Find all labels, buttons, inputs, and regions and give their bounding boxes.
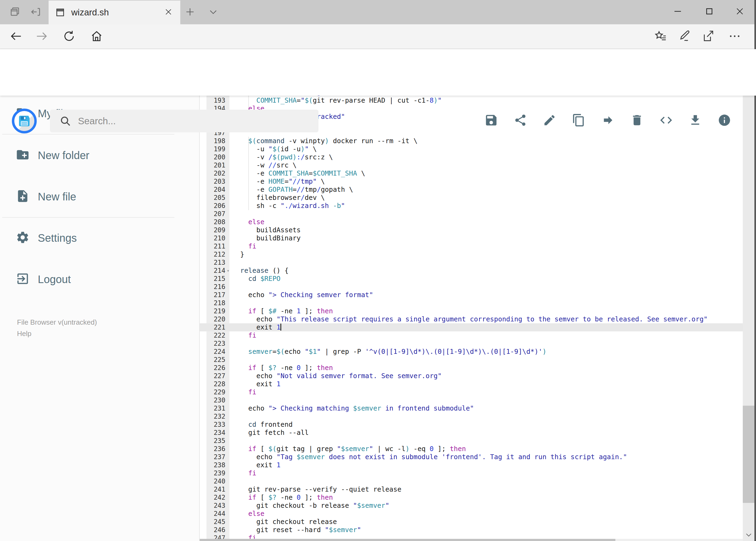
code-line[interactable]: 244 else xyxy=(200,510,743,518)
help-link[interactable]: Help xyxy=(17,329,31,338)
code-line[interactable]: 217 echo "> Checking semver format" xyxy=(200,291,743,299)
code-line[interactable]: 193 COMMIT_SHA="$(git rev-parse HEAD | c… xyxy=(200,96,743,105)
annotate-button[interactable] xyxy=(674,28,695,46)
code-line[interactable]: 226 if [ $? -ne 0 ]; then xyxy=(200,364,743,372)
code-line[interactable]: 202 -e COMMIT_SHA=$COMMIT_SHA \ xyxy=(200,169,743,178)
code-line[interactable]: 224 semver=$(echo "$1" | grep -P '^v(0|[… xyxy=(200,347,743,356)
code-line[interactable]: 198 $(command -v winpty) docker run --rm… xyxy=(200,137,743,145)
code-line[interactable]: 207 xyxy=(200,210,743,218)
code-line[interactable]: 218 xyxy=(200,299,743,307)
code-line[interactable]: 221 exit 1 xyxy=(200,323,743,331)
code-line[interactable]: 222 fi xyxy=(200,331,743,339)
code-line[interactable]: 242 if [ $? -ne 0 ]; then xyxy=(200,493,743,502)
code-line[interactable]: 227 echo "Not valid semver format. See s… xyxy=(200,372,743,380)
code-line[interactable]: 229 fi xyxy=(200,388,743,396)
refresh-button[interactable] xyxy=(59,28,79,46)
code-line[interactable]: 228 exit 1 xyxy=(200,380,743,388)
code-line[interactable]: 200 -v /$(pwd):/src:z \ xyxy=(200,153,743,161)
code-line[interactable]: 232 xyxy=(200,412,743,420)
code-line[interactable]: 238 exit 1 xyxy=(200,461,743,469)
code-line[interactable]: 246 git reset --hard "$semver" xyxy=(200,526,743,534)
window-maximize-button[interactable] xyxy=(697,0,721,24)
hub-favorites-button[interactable] xyxy=(650,28,671,46)
code-line[interactable]: 204 -e GOPATH=//tmp/gopath \ xyxy=(200,186,743,194)
browser-menu-button[interactable] xyxy=(724,28,745,46)
share-page-button[interactable] xyxy=(698,28,718,46)
code-line[interactable]: 201 -w //src \ xyxy=(200,161,743,169)
save-button[interactable] xyxy=(477,106,506,136)
tab-list-button[interactable] xyxy=(205,6,222,19)
code-line[interactable]: 245 git checkout release xyxy=(200,518,743,526)
line-number: 199 xyxy=(200,145,225,153)
scrollbar-thumb[interactable] xyxy=(743,406,754,503)
search-input[interactable] xyxy=(78,115,295,127)
share-button[interactable] xyxy=(506,106,535,136)
code-line[interactable]: 223 xyxy=(200,339,743,347)
code-line[interactable]: 199 -u "$(id -u)" \ xyxy=(200,145,743,153)
code-line[interactable]: 220 echo "This release script requires a… xyxy=(200,315,743,323)
download-button[interactable] xyxy=(681,106,710,136)
browser-tab[interactable]: wizard.sh xyxy=(49,1,180,24)
set-tabs-aside-button[interactable] xyxy=(28,6,43,19)
code-line[interactable]: 213 xyxy=(200,259,743,267)
code-editor[interactable]: 192if [ "$(command -v git)" != "" ]; the… xyxy=(200,92,743,541)
code-line[interactable]: 203 -e HOME="//tmp" \ xyxy=(200,178,743,186)
code-line[interactable]: 234 git fetch --all xyxy=(200,429,743,437)
code-line[interactable]: 239 fi xyxy=(200,469,743,477)
code-line[interactable]: 240 xyxy=(200,477,743,485)
search-bar[interactable] xyxy=(50,110,319,132)
code-line[interactable]: 243 git checkout -b release "$semver" xyxy=(200,502,743,510)
info-button[interactable] xyxy=(710,106,739,136)
code-line[interactable]: 210 buildBinary xyxy=(200,234,743,242)
horizontal-scrollbar-thumb[interactable] xyxy=(200,539,616,541)
code-text: echo "> Checking semver format" xyxy=(240,291,743,299)
move-button[interactable] xyxy=(593,106,623,136)
home-button[interactable] xyxy=(87,28,106,46)
code-text: git checkout -b release "$semver" xyxy=(240,502,743,510)
code-line[interactable]: 230 xyxy=(200,396,743,404)
new-tab-button[interactable] xyxy=(181,6,199,19)
code-line[interactable]: 214▾release () { xyxy=(200,267,743,275)
code-line[interactable]: 205 filebrowser/dev \ xyxy=(200,194,743,202)
tab-preview-button[interactable] xyxy=(8,6,23,19)
scroll-down-arrow-icon[interactable] xyxy=(743,529,754,541)
sidebar-divider xyxy=(2,217,174,218)
share-page-icon xyxy=(701,29,715,44)
code-text: if [ $(git tag | grep "$semver" | wc -l)… xyxy=(240,445,743,453)
back-button[interactable] xyxy=(6,28,26,46)
delete-button[interactable] xyxy=(623,106,651,136)
code-line[interactable]: 208 else xyxy=(200,218,743,226)
window-close-button[interactable] xyxy=(728,0,752,24)
sidebar-item-new-folder[interactable]: New folder xyxy=(0,141,189,170)
code-line[interactable]: 209 buildAssets xyxy=(200,226,743,234)
sidebar-item-settings[interactable]: Settings xyxy=(0,223,189,253)
window-minimize-button[interactable] xyxy=(665,0,690,24)
code-line[interactable]: 233 cd frontend xyxy=(200,420,743,429)
forward-button[interactable] xyxy=(32,28,51,46)
sidebar-item-new-file[interactable]: New file xyxy=(0,182,189,212)
copy-button[interactable] xyxy=(564,106,593,136)
horizontal-scrollbar[interactable] xyxy=(200,539,743,541)
line-number: 217 xyxy=(200,291,225,299)
code-line[interactable]: 216 xyxy=(200,283,743,291)
tab-close-icon[interactable] xyxy=(164,8,173,17)
sidebar-item-logout[interactable]: Logout xyxy=(0,265,189,294)
code-line[interactable]: 241 git rev-parse --verify --quiet relea… xyxy=(200,485,743,493)
code-line[interactable]: 219 if [ $# -ne 1 ]; then xyxy=(200,307,743,315)
code-line[interactable]: 206 sh -c "./wizard.sh -b" xyxy=(200,202,743,210)
rename-button[interactable] xyxy=(535,106,564,136)
fold-arrow-icon[interactable]: ▾ xyxy=(227,267,229,275)
line-number: 223 xyxy=(200,339,225,347)
code-line[interactable]: 235 xyxy=(200,437,743,445)
filebrowser-logo[interactable] xyxy=(12,109,37,134)
code-line[interactable]: 212} xyxy=(200,251,743,259)
code-line[interactable]: 211 fi xyxy=(200,242,743,251)
code-line[interactable]: 231 echo "> Checking matching $semver in… xyxy=(200,404,743,412)
code-line[interactable]: 236 if [ $(git tag | grep "$semver" | wc… xyxy=(200,445,743,453)
vertical-scrollbar[interactable] xyxy=(743,49,754,541)
code-line[interactable]: 225 xyxy=(200,356,743,364)
code-line[interactable]: 237 echo "Tag $semver does not exist in … xyxy=(200,453,743,461)
code-line[interactable]: 215 cd $REPO xyxy=(200,275,743,283)
line-number: 226 xyxy=(200,364,225,372)
code-view-button[interactable] xyxy=(651,106,681,136)
